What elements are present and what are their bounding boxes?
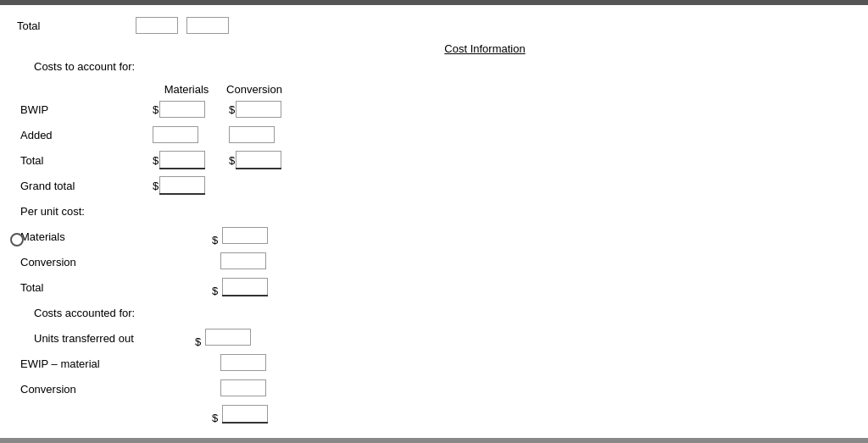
added-materials-input[interactable] (153, 126, 198, 143)
costs-accounted-label: Costs accounted for: (17, 307, 153, 319)
total-materials-line2 (159, 169, 205, 169)
pu-materials-input-wrapper: $ (212, 227, 268, 246)
bwip-inputs: $ $ (153, 101, 297, 118)
conversion-accounted-input[interactable] (220, 379, 266, 396)
conversion-accounted-input-wrapper (212, 379, 266, 399)
pu-conversion-input-wrapper (212, 252, 266, 272)
total-row: Total $ $ (17, 150, 851, 170)
cost-information-title-wrapper: Cost Information (119, 42, 851, 55)
grand-total-inputs: $ (153, 176, 220, 195)
bwip-conversion-cell: $ (229, 101, 297, 118)
total-label: Total (17, 154, 153, 167)
total-conversion-dollar: $ (229, 154, 235, 167)
units-transferred-input-wrapper: $ (195, 329, 251, 348)
total-materials-cell: $ (153, 151, 220, 169)
grand-total-line2 (159, 194, 205, 195)
grand-total-dollar: $ (153, 180, 159, 192)
materials-header: Materials (153, 83, 220, 96)
costs-to-account-label: Costs to account for: (34, 60, 851, 73)
grand-total-input[interactable] (159, 176, 205, 193)
total-conversion-input[interactable] (236, 151, 281, 168)
top-total-input-2[interactable] (186, 17, 229, 34)
bwip-conversion-dollar: $ (229, 103, 235, 116)
grand-total-label: Grand total (17, 180, 153, 192)
pu-conversion-label: Conversion (17, 256, 153, 269)
grand-total-row: Grand total $ (17, 175, 851, 196)
conversion-accounted-label: Conversion (17, 383, 153, 396)
units-transferred-row: Units transferred out $ (17, 328, 851, 348)
added-label: Added (17, 129, 153, 141)
units-transferred-label: Units transferred out (17, 332, 153, 345)
pu-materials-dollar: $ (212, 234, 218, 246)
top-total-input-1[interactable] (136, 17, 178, 34)
pu-materials-label: Materials (17, 230, 153, 243)
per-unit-section: Materials $ Conversion Total $ (17, 226, 851, 297)
ewip-material-input-wrapper (212, 354, 266, 374)
pu-conversion-row: Conversion (17, 252, 851, 272)
bottom-bar (0, 438, 868, 443)
added-conversion-cell (229, 126, 297, 143)
conversion-accounted-row: Conversion (17, 379, 851, 399)
bwip-label: BWIP (17, 103, 153, 116)
total-materials-input[interactable] (159, 151, 205, 168)
units-transferred-input[interactable] (205, 329, 251, 346)
bwip-conversion-input[interactable] (236, 101, 281, 118)
conversion-header: Conversion (220, 83, 288, 96)
pu-total-label: Total (17, 281, 153, 294)
ewip-material-row: EWIP – material (17, 353, 851, 374)
pu-total-line2 (222, 296, 268, 296)
total-inputs: $ $ (153, 151, 297, 169)
final-total-row: $ (17, 404, 851, 424)
grand-total-materials-cell: $ (153, 176, 220, 195)
top-total-inputs (136, 17, 229, 34)
final-total-dollar: $ (212, 412, 218, 424)
total-conversion-line2 (236, 169, 281, 169)
bwip-materials-dollar: $ (153, 103, 159, 116)
cost-information-link[interactable]: Cost Information (444, 42, 525, 55)
added-row: Added (17, 125, 851, 145)
pu-conversion-input[interactable] (220, 252, 266, 269)
top-total-label: Total (17, 19, 136, 32)
units-transferred-dollar: $ (195, 335, 201, 348)
per-unit-cost-row: Per unit cost: (17, 201, 851, 221)
bwip-materials-input[interactable] (159, 101, 205, 118)
per-unit-cost-label: Per unit cost: (17, 205, 153, 218)
pu-materials-input[interactable] (222, 227, 268, 244)
pu-materials-row: Materials $ (17, 226, 851, 246)
circle-marker (10, 233, 24, 246)
bwip-row: BWIP $ $ (17, 99, 851, 119)
added-materials-cell (153, 126, 220, 143)
final-total-line2 (222, 423, 268, 424)
added-inputs (153, 126, 297, 143)
top-total-row: Total (17, 14, 851, 34)
ewip-material-input[interactable] (220, 354, 266, 371)
costs-accounted-row: Costs accounted for: (17, 302, 851, 323)
total-conversion-cell: $ (229, 151, 297, 169)
final-total-input-wrapper: $ (212, 405, 268, 424)
pu-total-input[interactable] (222, 278, 268, 295)
added-conversion-input[interactable] (229, 126, 275, 143)
main-content: Total Cost Information Costs to account … (0, 5, 868, 438)
total-materials-dollar: $ (153, 154, 159, 167)
pu-total-dollar: $ (212, 285, 218, 297)
column-headers: Materials Conversion (153, 83, 851, 96)
pu-total-row: Total $ (17, 277, 851, 297)
final-total-input[interactable] (222, 405, 268, 422)
bwip-materials-cell: $ (153, 101, 220, 118)
ewip-material-label: EWIP – material (17, 357, 153, 370)
pu-total-input-wrapper: $ (212, 278, 268, 297)
